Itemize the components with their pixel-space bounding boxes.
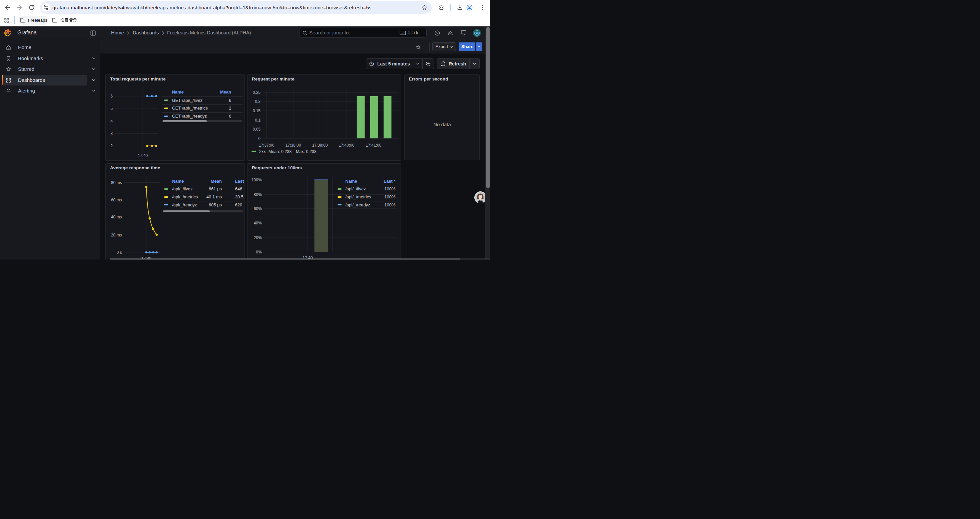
svg-text:60 ms: 60 ms — [111, 198, 122, 203]
svg-text:40%: 40% — [254, 221, 262, 225]
svg-text:3: 3 — [110, 131, 113, 136]
svg-text:20 ms: 20 ms — [111, 233, 122, 238]
svg-text:17:38:00: 17:38:00 — [286, 143, 301, 148]
svg-text:80%: 80% — [254, 192, 262, 197]
svg-text:17:40:00: 17:40:00 — [339, 143, 355, 148]
svg-text:2: 2 — [110, 144, 113, 148]
svg-text:0.2: 0.2 — [255, 99, 261, 104]
svg-text:20%: 20% — [254, 235, 262, 240]
svg-text:6: 6 — [110, 94, 113, 99]
svg-text:5: 5 — [110, 106, 113, 111]
svg-text:100%: 100% — [251, 178, 262, 182]
svg-text:60%: 60% — [254, 206, 262, 211]
svg-text:0 s: 0 s — [116, 250, 122, 255]
svg-text:0: 0 — [258, 136, 261, 141]
svg-text:2xx: 2xx — [259, 149, 266, 154]
svg-text:0.15: 0.15 — [253, 109, 261, 113]
svg-text:4: 4 — [110, 119, 113, 124]
svg-text:17:37:00: 17:37:00 — [259, 143, 275, 148]
svg-text:0.25: 0.25 — [253, 90, 261, 95]
svg-text:80 ms: 80 ms — [111, 180, 122, 185]
svg-text:17:40: 17:40 — [138, 153, 148, 158]
svg-text:Max: 0.233: Max: 0.233 — [296, 149, 317, 154]
svg-text:17:41:00: 17:41:00 — [366, 143, 382, 148]
svg-text:0.05: 0.05 — [253, 127, 261, 132]
svg-text:40 ms: 40 ms — [111, 215, 122, 219]
svg-text:0%: 0% — [256, 250, 262, 254]
svg-text:Mean: 0.233: Mean: 0.233 — [269, 149, 292, 154]
svg-text:17:39:00: 17:39:00 — [312, 143, 328, 148]
svg-text:0.1: 0.1 — [255, 118, 261, 123]
